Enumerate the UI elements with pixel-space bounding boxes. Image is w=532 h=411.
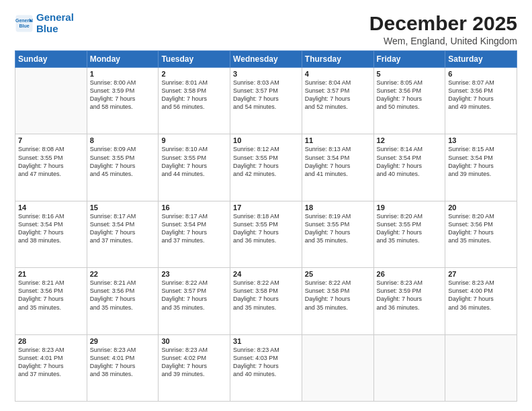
- table-row: 4Sunrise: 8:04 AM Sunset: 3:57 PM Daylig…: [302, 68, 373, 134]
- table-row: 9Sunrise: 8:10 AM Sunset: 3:55 PM Daylig…: [159, 134, 230, 201]
- table-row: 28Sunrise: 8:23 AM Sunset: 4:01 PM Dayli…: [15, 334, 87, 401]
- day-info: Sunrise: 8:10 AM Sunset: 3:55 PM Dayligh…: [161, 145, 227, 178]
- day-number: 2: [161, 70, 227, 78]
- logo: General Blue GeneralBlue: [15, 12, 74, 34]
- table-row: 14Sunrise: 8:16 AM Sunset: 3:54 PM Dayli…: [15, 201, 87, 267]
- day-number: 27: [448, 270, 514, 278]
- day-number: 6: [448, 70, 514, 78]
- day-info: Sunrise: 8:03 AM Sunset: 3:57 PM Dayligh…: [233, 79, 299, 111]
- day-number: 15: [90, 203, 156, 212]
- table-row: 20Sunrise: 8:20 AM Sunset: 3:56 PM Dayli…: [445, 201, 517, 267]
- day-info: Sunrise: 8:04 AM Sunset: 3:57 PM Dayligh…: [305, 79, 371, 111]
- page: General Blue GeneralBlue December 2025 W…: [0, 0, 532, 411]
- day-number: 24: [233, 270, 299, 278]
- day-info: Sunrise: 8:18 AM Sunset: 3:55 PM Dayligh…: [233, 212, 299, 245]
- table-row: 12Sunrise: 8:14 AM Sunset: 3:54 PM Dayli…: [373, 134, 445, 201]
- table-row: 29Sunrise: 8:23 AM Sunset: 4:01 PM Dayli…: [87, 334, 159, 401]
- day-info: Sunrise: 8:17 AM Sunset: 3:54 PM Dayligh…: [90, 212, 156, 245]
- day-number: 16: [161, 203, 227, 212]
- page-title: December 2025: [369, 12, 517, 34]
- table-row: 5Sunrise: 8:05 AM Sunset: 3:56 PM Daylig…: [373, 68, 445, 134]
- table-row: 7Sunrise: 8:08 AM Sunset: 3:55 PM Daylig…: [15, 134, 87, 201]
- day-number: 12: [377, 136, 443, 144]
- calendar-week-row: 21Sunrise: 8:21 AM Sunset: 3:56 PM Dayli…: [15, 268, 517, 334]
- table-row: [373, 334, 445, 401]
- col-header-friday: Friday: [373, 51, 445, 68]
- table-row: 13Sunrise: 8:15 AM Sunset: 3:54 PM Dayli…: [445, 134, 517, 201]
- day-number: 31: [233, 337, 299, 345]
- day-info: Sunrise: 8:23 AM Sunset: 4:01 PM Dayligh…: [90, 346, 156, 379]
- day-number: 14: [18, 203, 84, 212]
- day-number: 10: [233, 136, 299, 144]
- day-info: Sunrise: 8:20 AM Sunset: 3:56 PM Dayligh…: [448, 212, 514, 245]
- day-number: 8: [90, 136, 156, 144]
- day-number: 18: [305, 203, 371, 212]
- table-row: 19Sunrise: 8:20 AM Sunset: 3:55 PM Dayli…: [373, 201, 445, 267]
- day-number: 20: [448, 203, 514, 212]
- day-number: 7: [18, 136, 84, 144]
- col-header-thursday: Thursday: [302, 51, 373, 68]
- day-info: Sunrise: 8:23 AM Sunset: 4:01 PM Dayligh…: [18, 346, 84, 379]
- day-info: Sunrise: 8:23 AM Sunset: 4:03 PM Dayligh…: [233, 346, 299, 379]
- day-info: Sunrise: 8:09 AM Sunset: 3:55 PM Dayligh…: [90, 145, 156, 178]
- title-block: December 2025 Wem, England, United Kingd…: [369, 12, 517, 46]
- day-info: Sunrise: 8:22 AM Sunset: 3:58 PM Dayligh…: [233, 279, 299, 312]
- svg-text:Blue: Blue: [19, 24, 29, 28]
- calendar-week-row: 28Sunrise: 8:23 AM Sunset: 4:01 PM Dayli…: [15, 334, 517, 401]
- table-row: 23Sunrise: 8:22 AM Sunset: 3:57 PM Dayli…: [159, 268, 230, 334]
- day-number: 17: [233, 203, 299, 212]
- table-row: 26Sunrise: 8:23 AM Sunset: 3:59 PM Dayli…: [373, 268, 445, 334]
- day-number: 21: [18, 270, 84, 278]
- table-row: 27Sunrise: 8:23 AM Sunset: 4:00 PM Dayli…: [445, 268, 517, 334]
- day-info: Sunrise: 8:12 AM Sunset: 3:55 PM Dayligh…: [233, 145, 299, 178]
- table-row: 8Sunrise: 8:09 AM Sunset: 3:55 PM Daylig…: [87, 134, 159, 201]
- table-row: [302, 334, 373, 401]
- day-number: 4: [305, 70, 371, 78]
- day-info: Sunrise: 8:23 AM Sunset: 4:02 PM Dayligh…: [161, 346, 227, 379]
- day-number: 25: [305, 270, 371, 278]
- day-info: Sunrise: 8:21 AM Sunset: 3:56 PM Dayligh…: [18, 279, 84, 312]
- day-info: Sunrise: 8:14 AM Sunset: 3:54 PM Dayligh…: [377, 145, 443, 178]
- day-info: Sunrise: 8:23 AM Sunset: 3:59 PM Dayligh…: [377, 279, 443, 312]
- table-row: 25Sunrise: 8:22 AM Sunset: 3:58 PM Dayli…: [302, 268, 373, 334]
- day-info: Sunrise: 8:08 AM Sunset: 3:55 PM Dayligh…: [18, 145, 84, 178]
- day-number: 30: [161, 337, 227, 345]
- col-header-saturday: Saturday: [445, 51, 517, 68]
- table-row: [445, 334, 517, 401]
- calendar-header-row: Sunday Monday Tuesday Wednesday Thursday…: [15, 51, 517, 68]
- day-info: Sunrise: 8:22 AM Sunset: 3:57 PM Dayligh…: [161, 279, 227, 312]
- day-number: 9: [161, 136, 227, 144]
- day-number: 22: [90, 270, 156, 278]
- table-row: 30Sunrise: 8:23 AM Sunset: 4:02 PM Dayli…: [159, 334, 230, 401]
- table-row: 17Sunrise: 8:18 AM Sunset: 3:55 PM Dayli…: [230, 201, 302, 267]
- day-info: Sunrise: 8:13 AM Sunset: 3:54 PM Dayligh…: [305, 145, 371, 178]
- day-number: 3: [233, 70, 299, 78]
- table-row: 18Sunrise: 8:19 AM Sunset: 3:55 PM Dayli…: [302, 201, 373, 267]
- col-header-monday: Monday: [87, 51, 159, 68]
- day-info: Sunrise: 8:05 AM Sunset: 3:56 PM Dayligh…: [377, 79, 443, 111]
- logo-text: GeneralBlue: [36, 12, 74, 34]
- day-info: Sunrise: 8:00 AM Sunset: 3:59 PM Dayligh…: [90, 79, 156, 111]
- day-info: Sunrise: 8:01 AM Sunset: 3:58 PM Dayligh…: [161, 79, 227, 111]
- day-info: Sunrise: 8:15 AM Sunset: 3:54 PM Dayligh…: [448, 145, 514, 178]
- day-info: Sunrise: 8:20 AM Sunset: 3:55 PM Dayligh…: [377, 212, 443, 245]
- header: General Blue GeneralBlue December 2025 W…: [15, 12, 517, 46]
- day-info: Sunrise: 8:22 AM Sunset: 3:58 PM Dayligh…: [305, 279, 371, 312]
- day-number: 19: [377, 203, 443, 212]
- table-row: 16Sunrise: 8:17 AM Sunset: 3:54 PM Dayli…: [159, 201, 230, 267]
- col-header-tuesday: Tuesday: [159, 51, 230, 68]
- logo-icon: General Blue: [15, 14, 34, 33]
- calendar-table: Sunday Monday Tuesday Wednesday Thursday…: [15, 50, 517, 402]
- table-row: [15, 68, 87, 134]
- day-number: 13: [448, 136, 514, 144]
- day-number: 26: [377, 270, 443, 278]
- table-row: 24Sunrise: 8:22 AM Sunset: 3:58 PM Dayli…: [230, 268, 302, 334]
- calendar-week-row: 14Sunrise: 8:16 AM Sunset: 3:54 PM Dayli…: [15, 201, 517, 267]
- day-number: 29: [90, 337, 156, 345]
- table-row: 2Sunrise: 8:01 AM Sunset: 3:58 PM Daylig…: [159, 68, 230, 134]
- day-number: 28: [18, 337, 84, 345]
- table-row: 6Sunrise: 8:07 AM Sunset: 3:56 PM Daylig…: [445, 68, 517, 134]
- day-info: Sunrise: 8:07 AM Sunset: 3:56 PM Dayligh…: [448, 79, 514, 111]
- col-header-wednesday: Wednesday: [230, 51, 302, 68]
- table-row: 11Sunrise: 8:13 AM Sunset: 3:54 PM Dayli…: [302, 134, 373, 201]
